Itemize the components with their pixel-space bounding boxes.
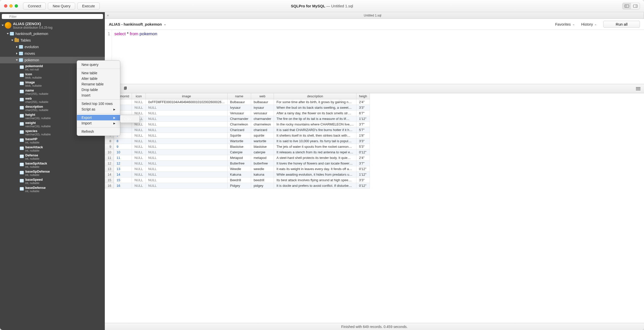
column-header[interactable]: icon bbox=[132, 93, 146, 99]
copy-icon[interactable] bbox=[123, 86, 128, 91]
table-row[interactable]: NULL0xFFD8FFE000104A46494600010102002600… bbox=[105, 99, 370, 105]
cell[interactable]: charmander bbox=[251, 116, 274, 122]
column-baseSpAttack[interactable]: baseSpAttackint, nullable bbox=[0, 161, 105, 169]
table-row[interactable]: 77NULLNULLSquirtlesquirtleIt shelters it… bbox=[105, 133, 370, 138]
cell[interactable]: Kakuna bbox=[227, 172, 251, 177]
cell[interactable]: NULL bbox=[132, 138, 146, 144]
menu-rename-table[interactable]: Rename table bbox=[77, 81, 120, 87]
column-baseSpDefense[interactable]: baseSpDefenseint, nullable bbox=[0, 169, 105, 177]
cell[interactable]: Metapod bbox=[227, 155, 251, 161]
cell[interactable]: NULL bbox=[146, 183, 227, 189]
cell[interactable]: 10 bbox=[114, 150, 132, 155]
column-baseHP[interactable]: baseHPint, nullable bbox=[0, 136, 105, 144]
cell[interactable]: charizard bbox=[251, 127, 274, 133]
cell[interactable]: Its best attack involves flying around a… bbox=[274, 177, 356, 183]
cell[interactable]: 6'7'' bbox=[356, 111, 370, 116]
cell[interactable]: The jets of water it spouts from the roc… bbox=[274, 144, 356, 150]
cell[interactable]: Squirtle bbox=[227, 133, 251, 138]
disclosure-icon[interactable] bbox=[2, 25, 4, 26]
zoom-window[interactable] bbox=[15, 4, 18, 8]
cell[interactable]: NULL bbox=[132, 166, 146, 172]
table-row[interactable]: NULLNULLCharmandercharmanderThe fire on … bbox=[105, 116, 370, 122]
disclosure-icon[interactable] bbox=[11, 40, 13, 41]
column-baseAttack[interactable]: baseAttackint, nullable bbox=[0, 144, 105, 153]
cell[interactable]: Pidgey bbox=[227, 183, 251, 189]
column-header[interactable]: web bbox=[251, 93, 274, 99]
cell[interactable]: NULL bbox=[132, 99, 146, 105]
cell[interactable]: 2'4'' bbox=[356, 155, 370, 161]
cell[interactable]: NULL bbox=[132, 127, 146, 133]
column-baseDefense[interactable]: baseDefenseint, nullable bbox=[0, 185, 105, 193]
cell[interactable]: 0'12'' bbox=[356, 183, 370, 189]
cell[interactable]: NULL bbox=[132, 133, 146, 138]
tables-folder[interactable]: Tables bbox=[0, 37, 105, 44]
cell[interactable]: NULL bbox=[132, 155, 146, 161]
cell[interactable]: Bulbasaur bbox=[227, 99, 251, 105]
cell[interactable]: Weedle bbox=[227, 166, 251, 172]
cell[interactable]: NULL bbox=[146, 177, 227, 183]
menu-export-csv[interactable]: CSV bbox=[120, 116, 139, 122]
cell[interactable]: 1'8'' bbox=[356, 133, 370, 138]
cell[interactable]: butterfree bbox=[251, 161, 274, 166]
menu-icon[interactable] bbox=[636, 87, 640, 90]
cell[interactable]: 2'4'' bbox=[356, 99, 370, 105]
cell[interactable]: blastoise bbox=[251, 144, 274, 150]
connection-node[interactable]: ALIAS (ZENOX) Source distribution 5.6.25… bbox=[0, 20, 105, 30]
cell[interactable]: NULL bbox=[146, 161, 227, 166]
cell[interactable]: NULL bbox=[132, 150, 146, 155]
filter-input[interactable] bbox=[2, 14, 103, 19]
tab-untitled[interactable]: × Untitled 1.sql bbox=[105, 12, 644, 19]
disclosure-icon[interactable] bbox=[16, 46, 17, 48]
cell[interactable]: NULL bbox=[146, 150, 227, 155]
table-row[interactable]: 1414NULLNULLKakunakakunaWhile awaiting e… bbox=[105, 172, 370, 177]
cell[interactable]: wartortle bbox=[251, 138, 274, 144]
database-selector[interactable]: ALIAS - hankinsoft_pokemon ⌄ bbox=[109, 22, 166, 26]
menu-insert[interactable]: Insert bbox=[77, 93, 120, 98]
table-row[interactable]: NULLNULLVenusaurvenusaurAfter a rainy da… bbox=[105, 111, 370, 116]
menu-refresh[interactable]: Refresh bbox=[77, 129, 120, 134]
history-dropdown[interactable]: History⌄ bbox=[581, 22, 597, 26]
close-tab-icon[interactable]: × bbox=[107, 13, 109, 17]
cell[interactable]: NULL bbox=[132, 177, 146, 183]
cell[interactable]: caterpie bbox=[251, 150, 274, 155]
table-row[interactable]: 1010NULLNULLCaterpiecaterpieIt releases … bbox=[105, 150, 370, 155]
cell[interactable]: kakuna bbox=[251, 172, 274, 177]
cell[interactable]: NULL bbox=[146, 155, 227, 161]
cell[interactable]: When the bud on its back starts swelling… bbox=[274, 105, 356, 111]
menu-script-as[interactable]: Script as▶ bbox=[77, 106, 120, 112]
cell[interactable]: 8 bbox=[114, 138, 132, 144]
cell[interactable]: NULL bbox=[146, 122, 227, 127]
cell[interactable]: Caterpie bbox=[227, 150, 251, 155]
table-row[interactable]: 1111NULLNULLMetapodmetapodA steel-hard s… bbox=[105, 155, 370, 161]
column-baseSpeed[interactable]: baseSpeedint, nullable bbox=[0, 177, 105, 185]
cell[interactable]: NULL bbox=[146, 172, 227, 177]
cell[interactable]: Wartortle bbox=[227, 138, 251, 144]
menu-drop-table[interactable]: Drop table bbox=[77, 87, 120, 93]
cell[interactable]: beedrill bbox=[251, 177, 274, 183]
run-all-button[interactable]: Run all bbox=[603, 21, 640, 28]
cell[interactable]: NULL bbox=[146, 138, 227, 144]
panel-toggle[interactable] bbox=[622, 3, 640, 9]
cell[interactable]: Charmander bbox=[227, 116, 251, 122]
cell[interactable]: The fire on the tip of its tail is a mea… bbox=[274, 116, 356, 122]
column-Defense[interactable]: Defenseint, nullable bbox=[0, 153, 105, 161]
cell[interactable]: NULL bbox=[146, 144, 227, 150]
table-row[interactable]: 1616NULLNULLPidgeypidgeyIt is docile and… bbox=[105, 183, 370, 189]
menu-import[interactable]: Import▶ bbox=[77, 120, 120, 126]
cell[interactable]: 16 bbox=[114, 183, 132, 189]
sql-editor[interactable]: 1 select * from pokemon bbox=[105, 30, 644, 84]
menu-export[interactable]: Export▶ CSV bbox=[77, 115, 120, 120]
disclosure-icon[interactable] bbox=[7, 33, 9, 34]
cell[interactable]: NULL bbox=[132, 183, 146, 189]
cell[interactable]: 1'12'' bbox=[356, 116, 370, 122]
execute-button[interactable]: Execute bbox=[77, 3, 100, 10]
cell[interactable]: NULL bbox=[132, 144, 146, 150]
favorites-dropdown[interactable]: Favorites⌄ bbox=[555, 22, 575, 26]
cell[interactable]: It eats its weight in leaves every day. … bbox=[274, 166, 356, 172]
cell[interactable]: 9 bbox=[114, 144, 132, 150]
cell[interactable]: pidgey bbox=[251, 183, 274, 189]
cell[interactable]: 12 bbox=[114, 161, 132, 166]
cell[interactable]: charmeleon bbox=[251, 122, 274, 127]
cell[interactable]: 3'7'' bbox=[356, 122, 370, 127]
cell[interactable]: Charizard bbox=[227, 127, 251, 133]
